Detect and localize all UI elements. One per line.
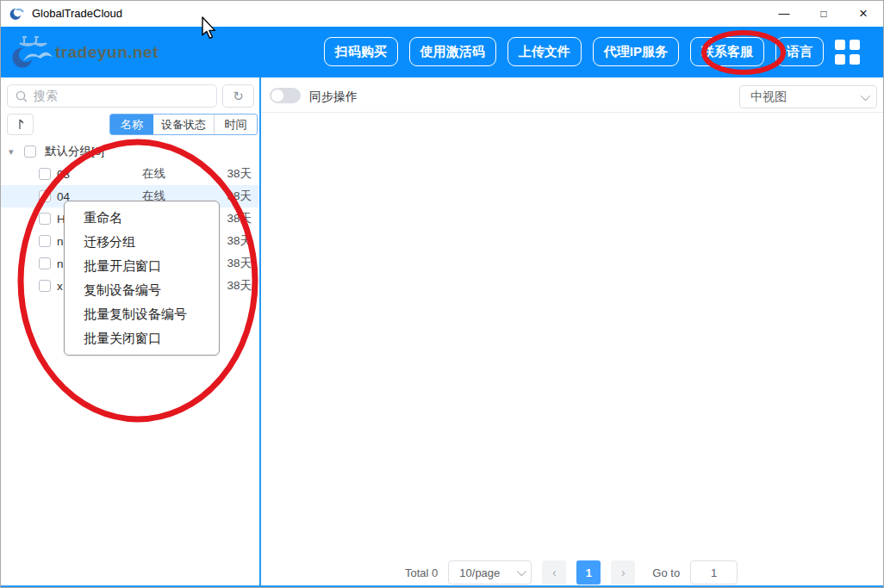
device-checkbox[interactable] — [39, 168, 51, 180]
device-name: x — [57, 280, 63, 293]
device-name: 03 — [57, 168, 70, 181]
device-time: 38天 — [227, 256, 252, 271]
device-checkbox[interactable] — [39, 213, 51, 225]
app-logo-icon — [9, 6, 25, 21]
search-icon — [16, 90, 28, 102]
expander-arrow-icon[interactable]: ▾ — [9, 146, 19, 158]
sync-toggle[interactable] — [270, 88, 301, 103]
current-page-button[interactable]: 1 — [576, 560, 601, 585]
sort-ascending-icon — [16, 118, 26, 131]
context-menu-item[interactable]: 批量复制设备编号 — [65, 302, 219, 326]
next-page-button[interactable]: › — [611, 560, 635, 585]
device-row[interactable]: 03 在线 38天 — [0, 163, 259, 185]
logo-text: tradeyun.net — [55, 43, 159, 62]
device-checkbox[interactable] — [39, 190, 51, 202]
view-mode-value: 中视图 — [750, 90, 861, 105]
toolbar-divider — [261, 112, 884, 113]
header-button[interactable]: 上传文件 — [507, 37, 582, 66]
device-checkbox[interactable] — [39, 235, 51, 247]
prev-page-button[interactable]: ‹ — [542, 560, 566, 585]
maximize-button[interactable]: □ — [804, 1, 844, 26]
pagination-total: Total 0 — [405, 566, 438, 579]
sync-toggle-label: 同步操作 — [309, 90, 358, 105]
list-sort-tabs: 名称 设备状态 时间 — [109, 114, 258, 135]
search-input[interactable]: 搜索 — [7, 84, 217, 108]
context-menu-item[interactable]: 批量关闭窗口 — [65, 326, 219, 350]
window-title: GlobalTradeCloud — [32, 7, 122, 20]
toggle-knob — [271, 90, 283, 102]
app-header: tradeyun.net 扫码购买 使用激活码 上传文件 代理IP服务 联系客服… — [0, 27, 884, 77]
search-placeholder: 搜索 — [34, 89, 58, 104]
header-nav: 扫码购买 使用激活码 上传文件 代理IP服务 联系客服 语言 — [324, 37, 824, 66]
sort-button[interactable] — [7, 114, 34, 135]
refresh-button[interactable]: ↻ — [222, 84, 254, 108]
page-size-select[interactable]: 10/page — [448, 560, 532, 585]
sidebar-divider — [259, 77, 261, 588]
minimize-button[interactable]: — — [764, 1, 804, 26]
header-button[interactable]: 联系客服 — [690, 37, 764, 66]
page-size-value: 10/page — [459, 566, 517, 579]
header-button[interactable]: 使用激活码 — [409, 37, 496, 66]
device-time: 38天 — [227, 278, 252, 294]
chevron-down-icon — [861, 90, 870, 100]
tradeyun-logo-icon — [11, 32, 56, 71]
device-time: 38天 — [227, 166, 252, 182]
context-menu-item[interactable]: 迁移分组 — [65, 230, 219, 254]
header-button[interactable]: 代理IP服务 — [593, 37, 679, 66]
device-status: 在线 — [142, 166, 165, 182]
refresh-icon: ↻ — [233, 89, 244, 104]
device-time: 38天 — [227, 189, 252, 204]
context-menu-item[interactable]: 复制设备编号 — [65, 278, 219, 302]
sort-tab[interactable]: 时间 — [214, 115, 257, 134]
header-button[interactable]: 扫码购买 — [324, 37, 398, 66]
device-time: 38天 — [227, 233, 252, 249]
device-name: n — [57, 235, 64, 248]
context-menu: 重命名 迁移分组 批量开启窗口 复制设备编号 批量复制设备编号 批量关闭窗口 — [64, 201, 220, 356]
goto-page-input[interactable] — [690, 560, 738, 585]
sort-tab[interactable]: 设备状态 — [153, 115, 214, 134]
device-group-row[interactable]: ▾ 默认分组[6] — [0, 140, 259, 163]
close-button[interactable]: × — [844, 1, 883, 26]
chevron-down-icon — [517, 566, 526, 576]
apps-grid-icon[interactable] — [835, 40, 860, 65]
context-menu-item[interactable]: 批量开启窗口 — [65, 254, 219, 278]
pagination-bar: Total 0 10/page ‹ 1 › Go to — [405, 560, 738, 585]
device-name: n — [57, 257, 64, 270]
device-checkbox[interactable] — [39, 280, 51, 292]
context-menu-item[interactable]: 重命名 — [65, 206, 219, 230]
titlebar: GlobalTradeCloud — □ × — [0, 0, 884, 27]
sort-tab[interactable]: 名称 — [110, 115, 153, 134]
group-checkbox[interactable] — [24, 145, 36, 158]
device-checkbox[interactable] — [39, 257, 51, 269]
view-mode-select[interactable]: 中视图 — [739, 85, 877, 108]
window-controls: — □ × — [764, 1, 883, 26]
group-label: 默认分组[6] — [45, 144, 104, 159]
header-button[interactable]: 语言 — [775, 37, 824, 66]
goto-label: Go to — [652, 566, 680, 579]
device-time: 38天 — [227, 211, 252, 226]
